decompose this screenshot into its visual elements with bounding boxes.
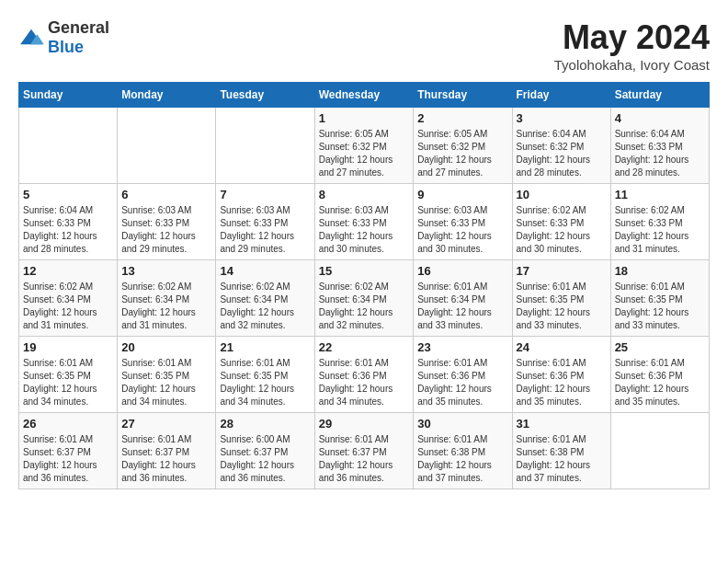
day-info: Sunrise: 6:02 AMSunset: 6:33 PMDaylight:…: [615, 204, 705, 256]
logo: General Blue: [18, 18, 109, 57]
day-info: Sunrise: 6:04 AMSunset: 6:33 PMDaylight:…: [615, 128, 705, 179]
day-number: 21: [220, 340, 310, 354]
calendar-cell: 13Sunrise: 6:02 AMSunset: 6:34 PMDayligh…: [118, 260, 216, 337]
calendar-cell: 21Sunrise: 6:01 AMSunset: 6:35 PMDayligh…: [216, 337, 314, 413]
day-header-thursday: Thursday: [414, 83, 512, 108]
calendar-cell: 6Sunrise: 6:03 AMSunset: 6:33 PMDaylight…: [118, 184, 216, 260]
calendar-cell: 3Sunrise: 6:04 AMSunset: 6:32 PMDaylight…: [512, 108, 610, 184]
calendar-cell: 31Sunrise: 6:01 AMSunset: 6:38 PMDayligh…: [512, 413, 610, 489]
day-number: 25: [615, 340, 705, 354]
calendar-cell: 20Sunrise: 6:01 AMSunset: 6:35 PMDayligh…: [118, 337, 216, 413]
day-number: 15: [319, 264, 410, 278]
day-info: Sunrise: 6:01 AMSunset: 6:37 PMDaylight:…: [121, 433, 211, 485]
day-info: Sunrise: 6:05 AMSunset: 6:32 PMDaylight:…: [319, 128, 410, 179]
day-number: 3: [517, 111, 607, 125]
day-info: Sunrise: 6:05 AMSunset: 6:32 PMDaylight:…: [417, 128, 507, 179]
day-header-tuesday: Tuesday: [216, 83, 314, 108]
calendar-table: SundayMondayTuesdayWednesdayThursdayFrid…: [18, 82, 710, 489]
day-header-wednesday: Wednesday: [314, 83, 414, 108]
day-info: Sunrise: 6:01 AMSunset: 6:35 PMDaylight:…: [517, 281, 607, 332]
day-number: 23: [417, 340, 507, 354]
day-info: Sunrise: 6:02 AMSunset: 6:33 PMDaylight:…: [517, 204, 607, 256]
day-info: Sunrise: 6:03 AMSunset: 6:33 PMDaylight:…: [121, 204, 211, 256]
calendar-cell: 9Sunrise: 6:03 AMSunset: 6:33 PMDaylight…: [414, 184, 512, 260]
calendar-cell: 8Sunrise: 6:03 AMSunset: 6:33 PMDaylight…: [314, 184, 414, 260]
week-row-1: 1Sunrise: 6:05 AMSunset: 6:32 PMDaylight…: [19, 108, 710, 184]
day-info: Sunrise: 6:01 AMSunset: 6:38 PMDaylight:…: [517, 433, 607, 485]
calendar-cell: 12Sunrise: 6:02 AMSunset: 6:34 PMDayligh…: [19, 260, 118, 337]
day-number: 31: [517, 417, 607, 431]
calendar-cell: 25Sunrise: 6:01 AMSunset: 6:36 PMDayligh…: [610, 337, 709, 413]
day-number: 2: [417, 111, 507, 125]
day-number: 16: [417, 264, 507, 278]
day-number: 18: [615, 264, 705, 278]
day-number: 1: [319, 111, 410, 125]
day-info: Sunrise: 6:02 AMSunset: 6:34 PMDaylight:…: [121, 281, 211, 332]
day-info: Sunrise: 6:04 AMSunset: 6:33 PMDaylight:…: [23, 204, 113, 256]
day-number: 4: [615, 111, 705, 125]
calendar-cell: 17Sunrise: 6:01 AMSunset: 6:35 PMDayligh…: [512, 260, 610, 337]
header-row: SundayMondayTuesdayWednesdayThursdayFrid…: [19, 83, 710, 108]
day-header-friday: Friday: [512, 83, 610, 108]
day-info: Sunrise: 6:01 AMSunset: 6:37 PMDaylight:…: [319, 433, 410, 485]
calendar-cell: 1Sunrise: 6:05 AMSunset: 6:32 PMDaylight…: [314, 108, 414, 184]
calendar-cell: 16Sunrise: 6:01 AMSunset: 6:34 PMDayligh…: [414, 260, 512, 337]
day-info: Sunrise: 6:01 AMSunset: 6:35 PMDaylight:…: [121, 357, 211, 408]
day-number: 13: [121, 264, 211, 278]
day-info: Sunrise: 6:00 AMSunset: 6:37 PMDaylight:…: [220, 433, 310, 485]
day-number: 26: [23, 417, 113, 431]
day-info: Sunrise: 6:03 AMSunset: 6:33 PMDaylight:…: [220, 204, 310, 256]
calendar-cell: 7Sunrise: 6:03 AMSunset: 6:33 PMDaylight…: [216, 184, 314, 260]
main-title: May 2024: [554, 18, 710, 57]
day-info: Sunrise: 6:01 AMSunset: 6:35 PMDaylight:…: [23, 357, 113, 408]
calendar-cell: 15Sunrise: 6:02 AMSunset: 6:34 PMDayligh…: [314, 260, 414, 337]
day-number: 14: [220, 264, 310, 278]
logo-icon: [18, 28, 44, 48]
day-info: Sunrise: 6:02 AMSunset: 6:34 PMDaylight:…: [319, 281, 410, 332]
day-number: 11: [615, 188, 705, 201]
calendar-cell: 24Sunrise: 6:01 AMSunset: 6:36 PMDayligh…: [512, 337, 610, 413]
day-info: Sunrise: 6:01 AMSunset: 6:35 PMDaylight:…: [220, 357, 310, 408]
day-info: Sunrise: 6:01 AMSunset: 6:34 PMDaylight:…: [417, 281, 507, 332]
subtitle: Tyolohokaha, Ivory Coast: [554, 57, 710, 73]
day-number: 29: [319, 417, 410, 431]
week-row-4: 19Sunrise: 6:01 AMSunset: 6:35 PMDayligh…: [19, 337, 710, 413]
calendar-cell: 29Sunrise: 6:01 AMSunset: 6:37 PMDayligh…: [314, 413, 414, 489]
day-header-sunday: Sunday: [19, 83, 118, 108]
calendar-cell: 22Sunrise: 6:01 AMSunset: 6:36 PMDayligh…: [314, 337, 414, 413]
calendar-cell: 19Sunrise: 6:01 AMSunset: 6:35 PMDayligh…: [19, 337, 118, 413]
day-info: Sunrise: 6:01 AMSunset: 6:35 PMDaylight:…: [615, 281, 705, 332]
day-info: Sunrise: 6:01 AMSunset: 6:38 PMDaylight:…: [417, 433, 507, 485]
day-info: Sunrise: 6:04 AMSunset: 6:32 PMDaylight:…: [517, 128, 607, 179]
day-number: 20: [121, 340, 211, 354]
calendar-cell: 28Sunrise: 6:00 AMSunset: 6:37 PMDayligh…: [216, 413, 314, 489]
day-number: 28: [220, 417, 310, 431]
day-header-monday: Monday: [118, 83, 216, 108]
day-number: 27: [121, 417, 211, 431]
day-info: Sunrise: 6:01 AMSunset: 6:36 PMDaylight:…: [615, 357, 705, 408]
logo-general: General: [48, 18, 109, 37]
day-info: Sunrise: 6:02 AMSunset: 6:34 PMDaylight:…: [220, 281, 310, 332]
week-row-5: 26Sunrise: 6:01 AMSunset: 6:37 PMDayligh…: [19, 413, 710, 489]
calendar-cell: 10Sunrise: 6:02 AMSunset: 6:33 PMDayligh…: [512, 184, 610, 260]
day-number: 5: [23, 188, 113, 201]
day-number: 8: [319, 188, 410, 201]
day-number: 12: [23, 264, 113, 278]
day-number: 30: [417, 417, 507, 431]
day-number: 6: [121, 188, 211, 201]
calendar-cell: [118, 108, 216, 184]
calendar-cell: 11Sunrise: 6:02 AMSunset: 6:33 PMDayligh…: [610, 184, 709, 260]
day-info: Sunrise: 6:03 AMSunset: 6:33 PMDaylight:…: [417, 204, 507, 256]
day-number: 17: [517, 264, 607, 278]
calendar-cell: 4Sunrise: 6:04 AMSunset: 6:33 PMDaylight…: [610, 108, 709, 184]
calendar-cell: 26Sunrise: 6:01 AMSunset: 6:37 PMDayligh…: [19, 413, 118, 489]
calendar-cell: 27Sunrise: 6:01 AMSunset: 6:37 PMDayligh…: [118, 413, 216, 489]
calendar-cell: [19, 108, 118, 184]
title-area: May 2024 Tyolohokaha, Ivory Coast: [554, 18, 710, 73]
calendar-cell: 14Sunrise: 6:02 AMSunset: 6:34 PMDayligh…: [216, 260, 314, 337]
day-number: 7: [220, 188, 310, 201]
calendar-cell: 23Sunrise: 6:01 AMSunset: 6:36 PMDayligh…: [414, 337, 512, 413]
day-number: 10: [517, 188, 607, 201]
day-info: Sunrise: 6:03 AMSunset: 6:33 PMDaylight:…: [319, 204, 410, 256]
day-info: Sunrise: 6:01 AMSunset: 6:36 PMDaylight:…: [417, 357, 507, 408]
